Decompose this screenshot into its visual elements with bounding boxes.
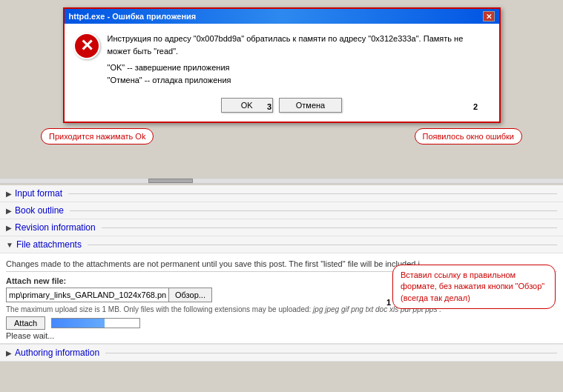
dialog-message-line1: Инструкция по адресу "0x007bdd9a" обрати… bbox=[108, 33, 487, 57]
authoring-information-arrow: ▶ bbox=[6, 349, 12, 357]
book-outline-label[interactable]: Book outline bbox=[15, 205, 64, 216]
input-format-section[interactable]: ▶ Input format bbox=[0, 185, 563, 202]
error-icon: ✕ bbox=[73, 33, 100, 59]
file-attachments-content: Changes made to the attachments are not … bbox=[0, 253, 563, 344]
authoring-information-line bbox=[105, 353, 557, 353]
dialog-titlebar: httpd.exe - Ошибка приложения ✕ bbox=[65, 9, 499, 24]
dialog-message-line2: "OK" -- завершение приложения bbox=[108, 62, 487, 74]
progress-bar-container bbox=[51, 318, 140, 328]
progress-bar-fill bbox=[52, 319, 105, 328]
screenshot-area: httpd.exe - Ошибка приложения ✕ ✕ Инстру… bbox=[0, 0, 563, 178]
revision-information-line bbox=[102, 227, 557, 228]
input-format-arrow: ▶ bbox=[6, 190, 12, 198]
book-outline-section[interactable]: ▶ Book outline bbox=[0, 202, 563, 219]
callout-right: Появилось окно ошибки bbox=[415, 128, 522, 144]
dialog-text: Инструкция по адресу "0x007bdd9a" обрати… bbox=[108, 33, 487, 86]
revision-information-arrow: ▶ bbox=[6, 224, 12, 232]
file-attachments-arrow: ▼ bbox=[6, 241, 13, 249]
browse-button[interactable]: Обзор... bbox=[169, 288, 212, 302]
callout-number-3: 3 bbox=[267, 102, 271, 111]
content-area: ▶ Input format ▶ Book outline ▶ Revision… bbox=[0, 185, 563, 362]
authoring-information-label[interactable]: Authoring information bbox=[15, 348, 99, 358]
callout-left: Приходится нажимать Ok bbox=[41, 128, 154, 144]
scroll-thumb[interactable] bbox=[148, 179, 193, 183]
attach-button[interactable]: Attach bbox=[6, 316, 45, 330]
file-attachments-label[interactable]: File attachments bbox=[16, 239, 82, 250]
attach-file-input[interactable] bbox=[6, 288, 169, 302]
dialog-buttons: OK Отмена bbox=[65, 93, 499, 122]
please-wait-text: Please wait... bbox=[6, 331, 557, 340]
ok-button[interactable]: OK bbox=[221, 98, 273, 113]
error-dialog: httpd.exe - Ошибка приложения ✕ ✕ Инстру… bbox=[63, 7, 501, 123]
book-outline-arrow: ▶ bbox=[6, 207, 12, 215]
callout-number-2: 2 bbox=[473, 102, 478, 111]
input-format-line bbox=[68, 193, 557, 194]
dialog-body: ✕ Инструкция по адресу "0x007bdd9a" обра… bbox=[65, 24, 499, 93]
authoring-information-section[interactable]: ▶ Authoring information bbox=[0, 344, 563, 362]
book-outline-line bbox=[70, 210, 557, 211]
scrollbar[interactable] bbox=[0, 178, 563, 184]
dialog-message-line3: "Отмена" -- отладка приложения bbox=[108, 74, 487, 87]
callout-bottom: Вставил ссылку в правильном формате, без… bbox=[392, 265, 556, 309]
revision-information-label[interactable]: Revision information bbox=[15, 222, 96, 233]
input-format-label[interactable]: Input format bbox=[15, 188, 62, 199]
revision-information-section[interactable]: ▶ Revision information bbox=[0, 219, 563, 236]
dialog-close-button[interactable]: ✕ bbox=[483, 11, 495, 21]
cancel-button[interactable]: Отмена bbox=[279, 98, 342, 113]
file-attachments-section-header[interactable]: ▼ File attachments bbox=[0, 236, 563, 253]
attach-button-row: Attach bbox=[6, 316, 557, 330]
dialog-title: httpd.exe - Ошибка приложения bbox=[69, 12, 197, 21]
callout-number-1: 1 bbox=[386, 298, 391, 307]
file-attachments-line bbox=[88, 245, 557, 245]
upload-note-text: The maximum upload size is 1 MB. Only fi… bbox=[6, 305, 311, 313]
